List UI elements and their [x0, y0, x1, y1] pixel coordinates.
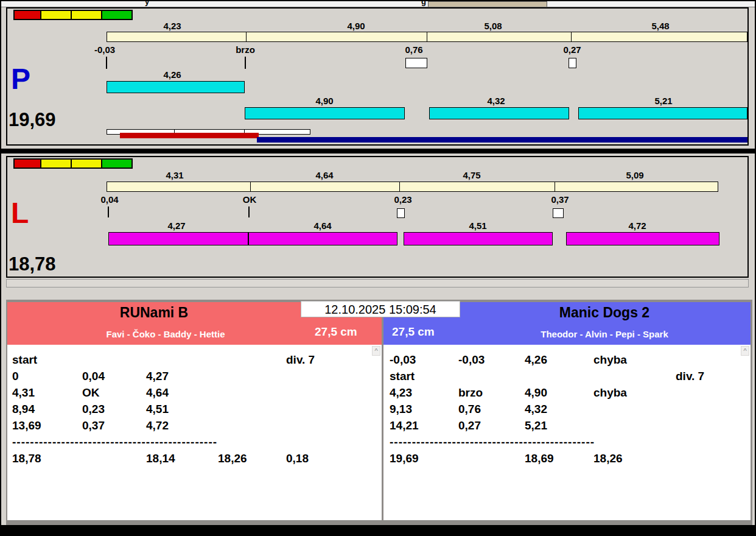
- mark-box: [553, 208, 564, 218]
- result-row: 18,7818,1418,260,18: [7, 452, 382, 468]
- scroll-up-icon[interactable]: ^: [372, 346, 380, 356]
- start-light-yellow-2: [71, 160, 101, 168]
- mark-label: 0,04: [100, 194, 118, 205]
- clipped-toolbar: ý g: [1, 1, 755, 7]
- mark-label: 0,23: [394, 194, 411, 205]
- result-cell: 0,18: [286, 452, 382, 468]
- result-cell: 18,69: [525, 452, 593, 468]
- team-name: Manic Dogs 2: [463, 305, 746, 321]
- mark-tick: [106, 57, 107, 69]
- scale-segment-label: 4,31: [166, 170, 183, 180]
- mark-box: [397, 208, 405, 218]
- lane-letter: P: [11, 65, 30, 94]
- team-dogs: Theodor - Alvin - Pepi - Spark: [463, 329, 746, 339]
- run-bar-segment: [566, 232, 719, 245]
- run-bar-segment: [107, 81, 245, 93]
- result-cell: -0,03: [390, 353, 458, 370]
- result-cell: -0,03: [458, 353, 525, 370]
- result-cell: [218, 370, 286, 386]
- result-cell: 4,51: [146, 403, 218, 419]
- result-cell: [82, 353, 146, 370]
- result-cell: [286, 370, 382, 386]
- result-row: startdiv. 7: [7, 353, 382, 370]
- results-rows: startdiv. 700,044,274,31OK4,648,940,234,…: [7, 353, 382, 468]
- run-bar-segment: [248, 232, 397, 245]
- lane-divider: [1, 149, 755, 153]
- mark-box: [569, 58, 576, 68]
- result-cell: 4,64: [146, 386, 218, 403]
- run-bar-label: 4,51: [469, 220, 486, 231]
- run-bar-label: 5,21: [654, 96, 672, 106]
- result-cell: 4,26: [525, 353, 593, 370]
- mark-label: OK: [243, 194, 257, 205]
- toolbar-tab-fragment[interactable]: [428, 1, 547, 7]
- scale-divider: [399, 182, 400, 191]
- result-cell: 4,72: [146, 419, 218, 436]
- result-row: 13,690,374,72: [7, 419, 382, 436]
- result-cell: [218, 403, 286, 419]
- lane-panel-right: 4,23 4,90 5,08 5,48 -0,03 brzo 0,76 0,27…: [6, 7, 749, 146]
- run-bar-segment: [404, 232, 553, 245]
- result-row: -0,03-0,034,26chyba: [383, 353, 751, 370]
- result-cell: 4,90: [525, 386, 593, 403]
- result-cell: 19,69: [390, 452, 458, 468]
- result-row: 9,130,764,32: [383, 403, 751, 419]
- result-cell: 0,23: [82, 403, 146, 419]
- result-cell: [593, 370, 676, 386]
- result-row: 19,6918,6918,26: [383, 452, 751, 468]
- result-cell: [218, 353, 286, 370]
- result-row: startdiv. 7: [383, 370, 751, 386]
- start-light-red: [15, 160, 40, 168]
- result-cell: [593, 419, 676, 436]
- result-cell: 18,26: [593, 452, 676, 468]
- result-cell: chyba: [593, 353, 676, 370]
- result-cell: div. 7: [676, 370, 751, 386]
- mark-tick: [248, 206, 250, 217]
- start-light-yellow-1: [40, 11, 71, 19]
- result-cell: 4,27: [146, 370, 218, 386]
- result-cell: [146, 353, 218, 370]
- lane-total-time: 18,78: [9, 253, 56, 275]
- scale-segment-label: 5,08: [484, 21, 502, 31]
- start-light-green: [101, 160, 131, 168]
- result-cell: 0,76: [458, 403, 525, 419]
- result-cell: OK: [82, 386, 146, 403]
- scale-divider: [571, 32, 572, 41]
- run-bar-segment: [429, 107, 569, 119]
- scale-segment-label: 4,90: [347, 21, 365, 31]
- result-cell: chyba: [593, 386, 676, 403]
- scale-divider: [427, 32, 427, 41]
- start-light-green: [101, 11, 131, 19]
- progress-bar-red: [120, 133, 259, 138]
- mark-label: 0,76: [405, 44, 422, 55]
- split-scale-bar: [107, 182, 718, 192]
- status-strip: [6, 279, 749, 287]
- start-lights: [13, 158, 133, 169]
- run-bar-label: 4,26: [163, 69, 181, 80]
- result-cell: [458, 452, 525, 468]
- start-light-yellow-2: [71, 11, 101, 19]
- bottom-black-bar: [0, 525, 756, 536]
- scrollbar[interactable]: ^: [372, 346, 381, 520]
- result-row: 4,31OK4,64: [7, 386, 382, 403]
- run-bar-label: 4,32: [487, 96, 505, 106]
- result-cell: [676, 452, 751, 468]
- scroll-up-icon[interactable]: ^: [741, 346, 749, 356]
- mark-box: [405, 58, 427, 68]
- result-cell: 9,13: [390, 403, 458, 419]
- result-cell: [676, 386, 751, 403]
- race-timestamp: 12.10.2025 15:09:54: [301, 301, 460, 317]
- team-dogs: Favi - Čoko - Baddy - Hettie: [7, 329, 324, 339]
- lane-total-time: 19,69: [9, 109, 56, 131]
- results-section: RUNami B Favi - Čoko - Baddy - Hettie 27…: [6, 300, 752, 525]
- scrollbar[interactable]: ^: [741, 346, 750, 520]
- result-cell: [286, 419, 382, 436]
- result-cell: [218, 386, 286, 403]
- jump-height: 27,5 cm: [315, 325, 357, 339]
- result-cell: 4,23: [390, 386, 458, 403]
- run-bar-segment: [578, 107, 747, 119]
- separator-dashes: ----------------------------------------…: [12, 436, 382, 452]
- result-row: 4,23brzo4,90chyba: [383, 386, 751, 403]
- result-cell: [676, 353, 751, 370]
- mark-label: -0,03: [94, 44, 115, 55]
